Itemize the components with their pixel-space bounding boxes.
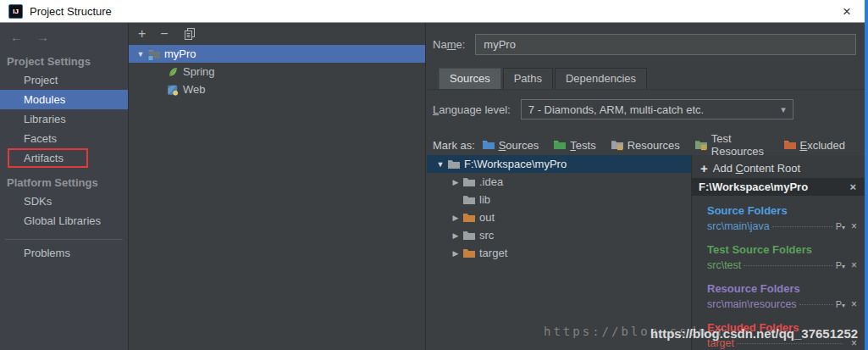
tree-row-label: target (479, 247, 507, 259)
excluded-folder-row[interactable]: target × (707, 337, 865, 350)
name-row: Name: (433, 33, 856, 55)
sidebar-item-sdks[interactable]: SDKs (0, 192, 128, 211)
chevron-right-icon[interactable]: ▶ (449, 249, 462, 258)
chevron-right-icon[interactable]: ▶ (449, 214, 462, 222)
content-root-tree: ▼ F:\Workspace\myPro ▶ .idea lib ▶ out ▶ (427, 155, 691, 350)
mark-button-label: Test Resources (711, 132, 769, 158)
sidebar-item-modules[interactable]: Modules (0, 90, 128, 109)
chevron-right-icon[interactable]: ▶ (449, 231, 462, 240)
dotted-leader (744, 265, 832, 266)
package-prefix-icon[interactable]: P▾ (836, 260, 845, 270)
chevron-right-icon[interactable]: ▶ (449, 178, 462, 186)
module-tree-row-mypro[interactable]: ▼ myPro (129, 45, 425, 63)
section-header-platform-settings: Platform Settings (0, 175, 128, 192)
tree-row-label: F:\Workspace\myPro (464, 158, 567, 170)
remove-icon[interactable]: − (160, 27, 168, 41)
module-name: myPro (164, 47, 196, 60)
test-source-folders-title: Test Source Folders (707, 243, 865, 257)
language-level-label: Language level: (433, 103, 511, 116)
tests-folder-icon (553, 138, 567, 152)
excluded-folders-section: Excluded Folders target × (692, 321, 865, 350)
sidebar-item-problems[interactable]: Problems (0, 243, 128, 263)
add-icon[interactable]: + (138, 27, 146, 41)
chevron-down-icon[interactable]: ▼ (134, 50, 147, 58)
folder-icon (447, 158, 461, 171)
section-header-project-settings: Project Settings (0, 53, 128, 70)
sidebar-item-project[interactable]: Project (0, 70, 128, 90)
copy-icon[interactable] (183, 27, 196, 41)
sidebar-item-artifacts[interactable]: Artifacts (0, 148, 128, 168)
sidebar-divider (5, 239, 123, 240)
close-icon[interactable]: × (848, 181, 858, 193)
modules-panel: + − ▼ myPro (129, 23, 426, 350)
tab-paths[interactable]: Paths (503, 68, 553, 89)
dotted-leader (799, 304, 833, 305)
details-tabs: Sources Paths Dependencies (427, 67, 865, 90)
resource-folders-section: Resource Folders src\main\resources P▾ × (692, 282, 865, 313)
folder-path: src\main\resources (707, 298, 797, 310)
spring-facet-icon (166, 65, 180, 79)
source-folder-row[interactable]: src\main\java P▾ × (707, 220, 865, 235)
sidebar-item-global-libraries[interactable]: Global Libraries (0, 211, 128, 231)
excluded-folder-icon (462, 247, 476, 260)
content-root-header[interactable]: F:\Workspace\myPro × (692, 178, 865, 196)
settings-sidebar: ← → Project Settings Project Modules Lib… (0, 23, 129, 350)
tree-row-label: .idea (479, 175, 503, 188)
package-prefix-icon[interactable]: P▾ (836, 299, 845, 309)
chevron-down-icon: ▾ (781, 104, 786, 115)
close-icon[interactable]: × (838, 3, 856, 20)
tree-row-out[interactable]: ▶ out (427, 208, 691, 226)
remove-folder-icon[interactable]: × (849, 220, 859, 232)
mark-excluded-button[interactable]: Excluded (783, 138, 845, 152)
folder-icon (462, 175, 476, 189)
tree-row-lib[interactable]: lib (427, 191, 691, 208)
sources-folder-icon (482, 138, 495, 152)
module-details-panel: Name: Sources Paths Dependencies Languag… (427, 23, 865, 350)
package-prefix-icon[interactable]: P▾ (836, 221, 845, 231)
remove-folder-icon[interactable]: × (849, 259, 859, 271)
folder-path: src\main\java (707, 220, 770, 232)
window-title: Project Structure (30, 5, 112, 18)
tree-row-label: out (479, 211, 495, 224)
tree-row-content-root[interactable]: ▼ F:\Workspace\myPro (427, 155, 691, 173)
remove-folder-icon[interactable]: × (849, 298, 859, 310)
dotted-leader (737, 343, 843, 344)
language-level-select[interactable]: 7 - Diamonds, ARM, multi-catch etc. ▾ (521, 99, 793, 119)
tab-dependencies[interactable]: Dependencies (555, 68, 647, 89)
mark-button-label: Resources (628, 139, 680, 152)
mark-resources-button[interactable]: Resources (611, 138, 680, 152)
mark-sources-button[interactable]: Sources (482, 138, 539, 152)
excluded-folder-icon (783, 138, 797, 152)
root-options-panel: + Add Content Root F:\Workspace\myPro × … (691, 155, 865, 350)
tab-sources[interactable]: Sources (439, 68, 501, 89)
sidebar-item-libraries[interactable]: Libraries (0, 109, 128, 129)
back-icon[interactable]: ← (10, 30, 23, 44)
test-source-folder-row[interactable]: src\test P▾ × (707, 259, 865, 274)
excluded-folder-icon (462, 211, 476, 225)
mark-button-label: Sources (499, 139, 539, 152)
sidebar-item-facets[interactable]: Facets (0, 129, 128, 148)
remove-folder-icon[interactable]: × (849, 337, 859, 349)
source-folders-section: Source Folders src\main\java P▾ × (692, 204, 865, 235)
intellij-logo-icon: IJ (8, 4, 23, 19)
module-tree-row-web[interactable]: Web (129, 81, 425, 98)
mark-test-resources-button[interactable]: Test Resources (694, 132, 769, 158)
chevron-down-icon[interactable]: ▼ (434, 160, 447, 169)
test-source-folders-section: Test Source Folders src\test P▾ × (692, 243, 865, 274)
resource-folder-row[interactable]: src\main\resources P▾ × (707, 298, 865, 313)
forward-icon[interactable]: → (36, 30, 49, 44)
tree-row-target[interactable]: ▶ target (427, 244, 691, 262)
tree-row-label: lib (479, 193, 490, 206)
tree-row-src[interactable]: ▶ src (427, 226, 691, 244)
sidebar-item-label: Artifacts (24, 152, 64, 164)
mark-tests-button[interactable]: Tests (553, 138, 595, 152)
mark-as-label: Mark as: (433, 139, 482, 152)
module-name-input[interactable] (475, 34, 856, 55)
module-tree-row-spring[interactable]: Spring (129, 63, 425, 81)
module-icon (147, 47, 161, 61)
tree-row-idea[interactable]: ▶ .idea (427, 173, 691, 191)
project-structure-dialog: IJ Project Structure × ← → Project Setti… (0, 0, 868, 350)
window-edge-highlight (865, 0, 868, 350)
add-content-root-button[interactable]: + Add Content Root (692, 158, 865, 178)
web-facet-icon (166, 83, 180, 97)
